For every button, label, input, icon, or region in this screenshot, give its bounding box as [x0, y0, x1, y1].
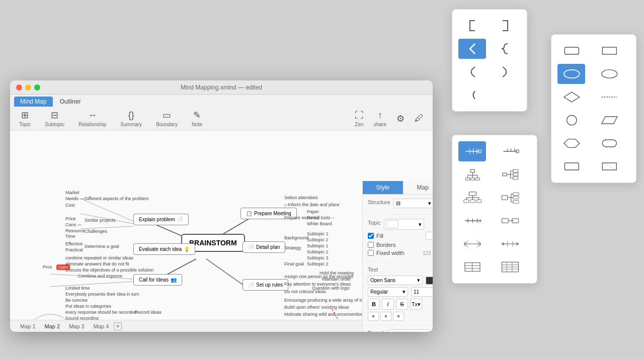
subnode-challenges[interactable]: Challenges [85, 229, 107, 234]
subnode-subtopic2[interactable]: Subtopic 2 [307, 237, 329, 242]
subnode-price[interactable]: Price [65, 216, 76, 221]
shape-org-wide[interactable] [496, 211, 524, 231]
subnode-needs[interactable]: Needs — [65, 196, 85, 201]
subnode-select[interactable]: Select attendees [284, 195, 318, 200]
shape-timeline[interactable] [458, 211, 486, 231]
shape-line-curved[interactable] [458, 85, 486, 105]
shape-rect-outline[interactable] [595, 41, 623, 61]
tool-boundary[interactable]: ▭ Boundary [153, 109, 181, 128]
tool-note[interactable]: ✎ Note [189, 109, 205, 128]
subnode-discuss[interactable]: Discuss the objectives of a possible sol… [65, 267, 154, 273]
topic-color-box[interactable] [386, 220, 398, 228]
fill-color[interactable] [426, 232, 433, 240]
bold-button[interactable]: B [368, 299, 380, 310]
subnode-goal[interactable]: Determine a goal [85, 244, 119, 249]
subnode-strategy[interactable]: Strategy [284, 245, 301, 250]
subnode-concise[interactable]: Be concise [65, 298, 88, 303]
subnode-different[interactable]: Different aspects of the problem [85, 196, 148, 201]
align-center-button[interactable]: ≡ [380, 312, 391, 320]
node-call-ideas[interactable]: Call for Ideas 👥 [133, 274, 182, 286]
node-detail-plan[interactable]: 📄 Detail plan [243, 241, 285, 253]
subnode-question[interactable]: Question with logic [312, 286, 350, 291]
align-right-button[interactable]: ≡ [393, 312, 404, 320]
shape-arc-right[interactable] [491, 62, 519, 82]
font-color[interactable] [426, 277, 433, 285]
shape-diamond[interactable] [557, 87, 585, 107]
close-button[interactable] [16, 84, 22, 91]
shape-double-arrow1[interactable] [458, 234, 486, 254]
map-tab-1[interactable]: Map 1 [16, 322, 40, 330]
subnode-cons[interactable]: Cons — [65, 222, 82, 227]
subnode-categories[interactable]: Put ideas in categories [65, 304, 111, 309]
maximize-button[interactable] [34, 84, 40, 91]
subnode-response[interactable]: every response should be recorded [65, 310, 136, 315]
subnode-time[interactable]: Time [65, 234, 75, 239]
text-more-button[interactable]: Tx▾ [410, 299, 422, 310]
shape-bracket-left[interactable] [458, 16, 486, 36]
strikethrough-button[interactable]: S [396, 299, 408, 310]
shape-table-4[interactable] [496, 257, 524, 277]
subnode-build[interactable]: Build upon others' existing ideas [284, 305, 349, 310]
node-explain-problem[interactable]: Explain problem 📄 [133, 214, 189, 225]
fixed-width-checkbox[interactable] [368, 250, 374, 256]
subnode-subtopic6[interactable]: Subtopic 2 [307, 261, 329, 266]
tab-outliner[interactable]: Outliner [54, 97, 87, 107]
subnode-cost[interactable]: Cost [65, 203, 75, 208]
subnode-subtopic3[interactable]: Subtopic 1 [307, 243, 329, 248]
subnode-combine[interactable]: combine repeated or similar ideas [65, 255, 133, 260]
shape-hexagon[interactable] [557, 133, 585, 153]
subnode-resource[interactable]: Resource [65, 228, 85, 233]
borders-checkbox[interactable] [368, 242, 374, 248]
italic-button[interactable]: I [382, 299, 394, 310]
shape-org-down[interactable] [458, 188, 486, 208]
node-setup-rules[interactable]: 📄 Set up rules [243, 279, 288, 291]
tool-share[interactable]: ↑ share [371, 109, 389, 128]
fill-checkbox[interactable] [368, 233, 374, 239]
shape-rounded-rect3[interactable] [557, 156, 585, 176]
tab-style[interactable]: Style [363, 181, 403, 194]
shape-oval-outline[interactable] [595, 64, 623, 84]
subnode-everybody[interactable]: Everybody presents their idea in turn [65, 292, 139, 297]
subnode-hold[interactable]: Hold the meeting [319, 271, 354, 276]
shape-rounded-rect2[interactable] [595, 133, 623, 153]
tab-map[interactable]: Map [403, 181, 433, 194]
subnode-whiteboard[interactable]: White Board [307, 221, 332, 226]
subnode-inform[interactable]: – Inform the date and place [284, 202, 340, 207]
subnode-similar[interactable]: Similar projects [85, 218, 116, 223]
shape-double-arrow2[interactable] [496, 234, 524, 254]
add-map-button[interactable]: + [114, 322, 122, 330]
subnode-background[interactable]: Background [284, 235, 308, 240]
shape-fishbone-right[interactable] [496, 141, 524, 161]
map-tab-2[interactable]: Map 2 [41, 322, 64, 330]
shape-arc-left[interactable] [458, 62, 486, 82]
shape-dash-line[interactable] [595, 87, 623, 107]
shape-bracket-right[interactable] [491, 16, 519, 36]
tool-zen[interactable]: ⛶ Zen [352, 109, 367, 128]
tab-mindmap[interactable]: Mind Map [14, 97, 53, 107]
font-size-dropdown[interactable]: 11 ▾ [411, 287, 433, 297]
shape-oval-filled[interactable] [557, 64, 585, 84]
subnode-subtopic5[interactable]: Subtopic 3 [307, 255, 329, 260]
subnode-pros[interactable]: Pros [43, 264, 52, 270]
map-tab-4[interactable]: Map 4 [90, 322, 113, 330]
tool-settings[interactable]: ⚙ [393, 112, 408, 125]
align-left-button[interactable]: ≡ [368, 312, 379, 320]
subnode-eliminate[interactable]: eliminate answers that do not fit [65, 261, 129, 266]
shape-org-split[interactable] [496, 188, 524, 208]
shape-tree-split[interactable] [496, 164, 524, 185]
tool-topic[interactable]: ⊞ Topic [16, 109, 34, 128]
subnode-limited[interactable]: Limited time [65, 286, 90, 291]
shape-rect-solid[interactable] [595, 156, 623, 176]
shape-circle[interactable] [557, 110, 585, 130]
map-tab-3[interactable]: Map 3 [65, 322, 89, 330]
subnode-maintain[interactable]: Maintain order [322, 277, 351, 282]
subnode-paper[interactable]: Paper [307, 209, 319, 214]
shape-tree-down[interactable] [458, 164, 486, 185]
subnode-combine2[interactable]: Combine and improve [78, 274, 122, 279]
subnode-market[interactable]: Market [65, 190, 79, 195]
minimize-button[interactable] [25, 84, 31, 91]
font-style-dropdown[interactable]: Regular ▾ [368, 287, 408, 297]
topic-dropdown[interactable]: ▾ [384, 219, 424, 230]
shape-parallelogram[interactable] [595, 110, 623, 130]
shape-rounded-rect[interactable] [557, 41, 585, 61]
